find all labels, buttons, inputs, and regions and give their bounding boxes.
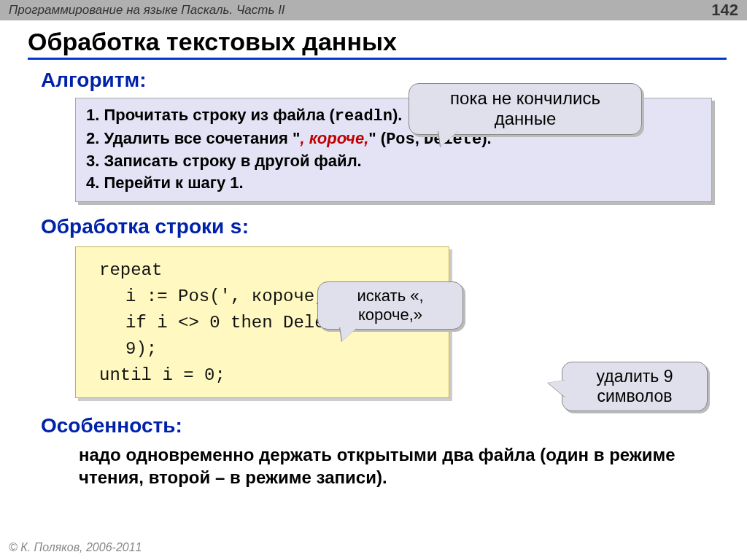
callout-top-text: пока не кончились данные — [450, 88, 600, 128]
callout-delete-text: удалить 9 символов — [597, 367, 673, 405]
code-line-4: until i = 0; — [99, 365, 225, 385]
slide-content: Обработка текстовых данных пока не кончи… — [0, 20, 747, 489]
copyright: © К. Поляков, 2006-2011 — [9, 541, 142, 554]
section-processing: Обработка строки s: — [41, 215, 727, 239]
page-number: 142 — [711, 1, 738, 20]
feature-text: надо одновременно держать открытыми два … — [79, 443, 683, 489]
algo-step-4: 4. Перейти к шагу 1. — [86, 172, 701, 194]
section-feature: Особенность: — [41, 414, 727, 438]
callout-search: искать «, короче,» — [317, 281, 463, 330]
callout-top: пока не кончились данные — [409, 83, 642, 135]
page-title: Обработка текстовых данных — [28, 28, 727, 60]
algo-step-3: 3. Записать строку в другой файл. — [86, 150, 701, 172]
topbar: Программирование на языке Паскаль. Часть… — [0, 0, 747, 20]
callout-search-text: искать «, короче,» — [357, 287, 423, 324]
callout-delete: удалить 9 символов — [562, 362, 708, 411]
doc-title: Программирование на языке Паскаль. Часть… — [9, 3, 285, 18]
code-line-1: repeat — [99, 260, 162, 280]
